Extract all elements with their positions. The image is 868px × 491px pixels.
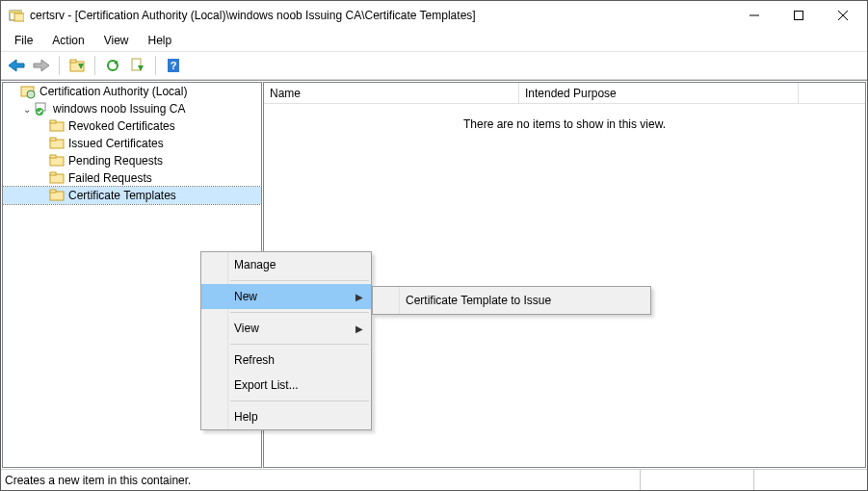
svg-marker-8 — [34, 60, 49, 71]
col-purpose[interactable]: Intended Purpose — [519, 83, 799, 103]
ctx-view[interactable]: View ▶ — [201, 316, 371, 341]
titlebar: certsrv - [Certification Authority (Loca… — [1, 1, 867, 30]
svg-rect-31 — [50, 190, 56, 193]
folder-icon — [49, 153, 65, 168]
close-button[interactable] — [821, 1, 865, 29]
tree-templates-label: Certificate Templates — [68, 189, 176, 202]
app-window: certsrv - [Certification Authority (Loca… — [0, 0, 868, 491]
svg-rect-2 — [14, 13, 24, 21]
tree-ca-label: windows noob Issuing CA — [53, 102, 185, 116]
empty-message: There are no items to show in this view. — [264, 117, 865, 131]
toolbar: ? — [1, 51, 867, 80]
help-button[interactable]: ? — [162, 54, 185, 77]
folder-icon — [49, 188, 65, 203]
cert-authority-icon — [20, 84, 36, 99]
ca-ok-icon — [34, 101, 49, 116]
minimize-button[interactable] — [732, 1, 776, 29]
statusbar: Creates a new item in this container. — [1, 469, 867, 490]
svg-marker-7 — [9, 60, 24, 71]
ctx-help[interactable]: Help — [201, 404, 371, 429]
context-menu: Manage New ▶ View ▶ Refresh Export List.… — [200, 251, 372, 430]
folder-icon — [49, 118, 65, 134]
menu-separator — [230, 312, 369, 313]
tree-templates[interactable]: Certificate Templates — [3, 187, 261, 204]
tree-pending[interactable]: Pending Requests — [3, 152, 261, 169]
toolbar-separator — [94, 56, 95, 75]
svg-text:?: ? — [171, 60, 177, 71]
svg-rect-27 — [50, 155, 56, 158]
ctx-export[interactable]: Export List... — [201, 373, 371, 398]
svg-rect-29 — [50, 172, 56, 175]
app-icon — [9, 8, 24, 23]
ctx-refresh[interactable]: Refresh — [201, 348, 371, 373]
menu-file[interactable]: File — [7, 32, 40, 49]
tree-pending-label: Pending Requests — [68, 154, 163, 168]
status-text: Creates a new item in this container. — [5, 474, 640, 487]
status-cell — [753, 470, 867, 490]
maximize-button[interactable] — [776, 1, 821, 29]
refresh-button[interactable] — [101, 54, 124, 77]
ctx-new[interactable]: New ▶ — [201, 284, 371, 309]
tree-revoked-label: Revoked Certificates — [68, 119, 175, 133]
folder-icon — [49, 136, 65, 151]
properties-button[interactable] — [66, 54, 89, 77]
tree-root-label: Certification Authority (Local) — [39, 85, 187, 98]
svg-rect-4 — [795, 11, 803, 19]
tree-root[interactable]: Certification Authority (Local) — [3, 83, 261, 100]
status-cell — [640, 470, 753, 490]
menu-separator — [230, 280, 369, 281]
svg-rect-10 — [70, 60, 76, 63]
submenu-arrow-icon: ▶ — [355, 323, 363, 334]
toolbar-separator — [59, 56, 60, 75]
window-controls — [732, 1, 865, 30]
menubar: File Action View Help — [1, 30, 867, 51]
tree-revoked[interactable]: Revoked Certificates — [3, 117, 261, 135]
tree-ca[interactable]: ⌄ windows noob Issuing CA — [3, 100, 261, 117]
svg-rect-25 — [50, 138, 56, 141]
list-header: Name Intended Purpose — [264, 83, 865, 104]
menu-help[interactable]: Help — [141, 32, 180, 49]
menu-action[interactable]: Action — [44, 32, 92, 49]
tree-failed-label: Failed Requests — [68, 171, 152, 185]
tree-failed[interactable]: Failed Requests — [3, 169, 261, 187]
menu-view[interactable]: View — [96, 32, 137, 49]
ctx-new-issue[interactable]: Certificate Template to Issue — [373, 287, 650, 314]
back-button[interactable] — [5, 54, 28, 77]
toolbar-separator — [155, 56, 156, 75]
window-title: certsrv - [Certification Authority (Loca… — [30, 9, 732, 22]
context-submenu-new: Certificate Template to Issue — [372, 286, 651, 315]
menu-separator — [230, 401, 369, 401]
twisty-open-icon[interactable]: ⌄ — [20, 104, 34, 115]
forward-button[interactable] — [30, 54, 53, 77]
svg-point-19 — [27, 90, 35, 98]
folder-icon — [49, 170, 65, 186]
tree-issued[interactable]: Issued Certificates — [3, 135, 261, 152]
svg-rect-23 — [50, 120, 56, 123]
menu-separator — [230, 344, 369, 345]
submenu-arrow-icon: ▶ — [355, 292, 363, 302]
content-area: Certification Authority (Local) ⌄ window… — [1, 80, 867, 469]
ctx-manage[interactable]: Manage — [201, 252, 371, 277]
export-button[interactable] — [126, 54, 149, 77]
tree-issued-label: Issued Certificates — [68, 137, 164, 150]
col-name[interactable]: Name — [264, 83, 519, 103]
menu-gutter — [201, 252, 228, 429]
